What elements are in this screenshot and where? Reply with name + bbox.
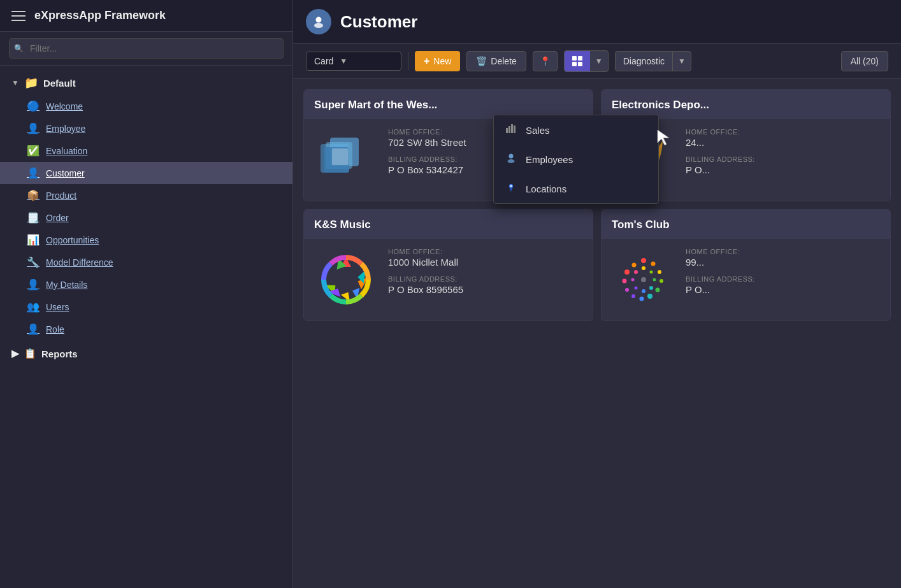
pin-button[interactable]: 📍 bbox=[533, 51, 558, 71]
search-input[interactable] bbox=[9, 38, 284, 59]
svg-point-1 bbox=[314, 23, 323, 28]
dropdown-item-employees[interactable]: Employees bbox=[494, 145, 658, 174]
sidebar-item-label: Role bbox=[46, 324, 64, 334]
main-content: Customer Card ▼ + New 🗑️ Delete 📍 bbox=[293, 0, 901, 588]
action-icon-btn[interactable] bbox=[565, 51, 590, 71]
sidebar-item-opportunities[interactable]: 📊 Opportunities bbox=[0, 229, 292, 251]
info-icon: 🔵 bbox=[27, 100, 40, 112]
diagnostic-label[interactable]: Diagnostic bbox=[616, 52, 673, 71]
cards-area: Super Mart of the Wes... bbox=[293, 79, 901, 588]
svg-point-37 bbox=[509, 154, 514, 159]
view-select-label: Card bbox=[314, 56, 333, 66]
billing-value: P O Box 8596565 bbox=[388, 284, 582, 295]
new-button[interactable]: + New bbox=[415, 51, 460, 71]
customer-card-ksmusic[interactable]: K&S Music bbox=[303, 209, 593, 321]
svg-rect-34 bbox=[508, 126, 510, 133]
billing-value: P O... bbox=[686, 284, 880, 295]
chevron-right-icon: ▶ bbox=[11, 348, 19, 359]
role-icon: 👤 bbox=[27, 323, 40, 335]
svg-rect-4 bbox=[572, 62, 577, 66]
pin-icon: 📍 bbox=[540, 56, 551, 66]
toolbar: Card ▼ + New 🗑️ Delete 📍 ▼ bbox=[293, 44, 901, 79]
home-office-value: 1000 Nicllet Mall bbox=[388, 257, 582, 268]
count-badge: All (20) bbox=[841, 51, 888, 71]
card-info: HOME OFFICE: 24... BILLING ADDRESS: P O.… bbox=[686, 128, 880, 183]
card-info: HOME OFFICE: 99... BILLING ADDRESS: P O.… bbox=[686, 248, 880, 303]
sidebar-item-role[interactable]: 👤 Role bbox=[0, 318, 292, 340]
opportunities-icon: 📊 bbox=[27, 234, 40, 246]
sidebar-search-area bbox=[0, 32, 292, 66]
customer-icon: 👤 bbox=[27, 167, 40, 179]
home-office-value: 24... bbox=[686, 137, 880, 148]
delete-icon: 🗑️ bbox=[476, 56, 487, 66]
svg-point-22 bbox=[624, 269, 630, 275]
svg-point-13 bbox=[651, 262, 656, 266]
sidebar-item-label: Order bbox=[46, 213, 69, 223]
menu-icon[interactable] bbox=[11, 11, 25, 21]
sidebar-item-model-difference[interactable]: 🔧 Model Difference bbox=[0, 251, 292, 273]
sidebar-item-order[interactable]: 🗒️ Order bbox=[0, 206, 292, 229]
dropdown-item-sales[interactable]: Sales bbox=[494, 115, 658, 145]
dropdown-item-sales-label: Sales bbox=[526, 125, 550, 136]
folder-icon: 📁 bbox=[24, 76, 38, 90]
sidebar-item-my-details[interactable]: 👤 My Details bbox=[0, 273, 292, 296]
users-icon: 👥 bbox=[27, 301, 40, 313]
card-logo bbox=[314, 248, 378, 312]
sidebar-nav: ▼ 📁 Default 🔵 Welcome 👤 Employee ✅ Evalu… bbox=[0, 66, 292, 588]
diagnostic-arrow[interactable]: ▼ bbox=[673, 52, 691, 70]
sidebar-item-label: Evaluation bbox=[46, 146, 87, 156]
svg-point-21 bbox=[623, 279, 627, 283]
billing-label: BILLING ADDRESS: bbox=[388, 275, 582, 283]
home-office-label: HOME OFFICE: bbox=[388, 248, 582, 255]
chevron-down-icon: ▼ bbox=[340, 57, 347, 66]
new-button-label: New bbox=[433, 56, 451, 66]
sidebar-item-employee[interactable]: 👤 Employee bbox=[0, 117, 292, 140]
card-title: K&S Music bbox=[304, 210, 593, 239]
reports-section-header[interactable]: ▶ 📋 Reports bbox=[0, 343, 292, 364]
svg-point-27 bbox=[649, 286, 653, 290]
card-title: Tom's Club bbox=[602, 210, 890, 239]
dropdown-menu: Sales Employees bbox=[493, 115, 659, 204]
app-title: eXpressApp Framework bbox=[34, 9, 166, 22]
svg-point-19 bbox=[631, 294, 635, 298]
sidebar-item-label: Product bbox=[46, 190, 76, 201]
sidebar-item-customer[interactable]: 👤 Customer bbox=[0, 162, 292, 184]
view-select[interactable]: Card ▼ bbox=[306, 52, 401, 71]
sidebar-item-users[interactable]: 👥 Users bbox=[0, 296, 292, 318]
svg-point-0 bbox=[316, 17, 322, 23]
home-office-label: HOME OFFICE: bbox=[686, 248, 880, 255]
card-info: HOME OFFICE: 1000 Nicllet Mall BILLING A… bbox=[388, 248, 582, 303]
customer-card-tomsclub[interactable]: Tom's Club bbox=[601, 209, 891, 321]
action-dropdown-arrow[interactable]: ▼ bbox=[590, 52, 608, 70]
svg-point-12 bbox=[641, 258, 646, 263]
svg-point-14 bbox=[658, 270, 661, 274]
dropdown-item-locations[interactable]: Locations bbox=[494, 174, 658, 203]
svg-rect-35 bbox=[511, 124, 513, 133]
sidebar-header: eXpressApp Framework bbox=[0, 0, 292, 32]
billing-label: BILLING ADDRESS: bbox=[686, 275, 880, 283]
svg-rect-2 bbox=[572, 56, 577, 61]
toolbar-divider bbox=[408, 52, 408, 70]
locations-icon bbox=[504, 182, 518, 196]
billing-value: P O... bbox=[686, 164, 880, 175]
delete-button-label: Delete bbox=[491, 56, 516, 66]
sidebar-item-product[interactable]: 📦 Product bbox=[0, 184, 292, 206]
svg-rect-10 bbox=[332, 148, 349, 165]
model-diff-icon: 🔧 bbox=[27, 256, 40, 268]
reports-icon: 📋 bbox=[24, 348, 36, 359]
home-office-label: HOME OFFICE: bbox=[686, 128, 880, 136]
default-section-label: Default bbox=[43, 78, 76, 89]
sidebar-item-evaluation[interactable]: ✅ Evaluation bbox=[0, 140, 292, 162]
default-section-header[interactable]: ▼ 📁 Default bbox=[0, 71, 292, 95]
svg-point-16 bbox=[656, 288, 660, 292]
employee-icon: 👤 bbox=[27, 122, 40, 134]
sidebar-item-welcome[interactable]: 🔵 Welcome bbox=[0, 95, 292, 117]
card-logo bbox=[612, 248, 675, 312]
chevron-down-icon: ▼ bbox=[11, 78, 19, 87]
card-body: HOME OFFICE: 1000 Nicllet Mall BILLING A… bbox=[304, 239, 593, 320]
svg-point-17 bbox=[647, 294, 652, 299]
svg-point-18 bbox=[640, 297, 644, 301]
svg-rect-3 bbox=[578, 56, 582, 61]
delete-button[interactable]: 🗑️ Delete bbox=[466, 51, 526, 71]
svg-point-29 bbox=[635, 287, 638, 290]
